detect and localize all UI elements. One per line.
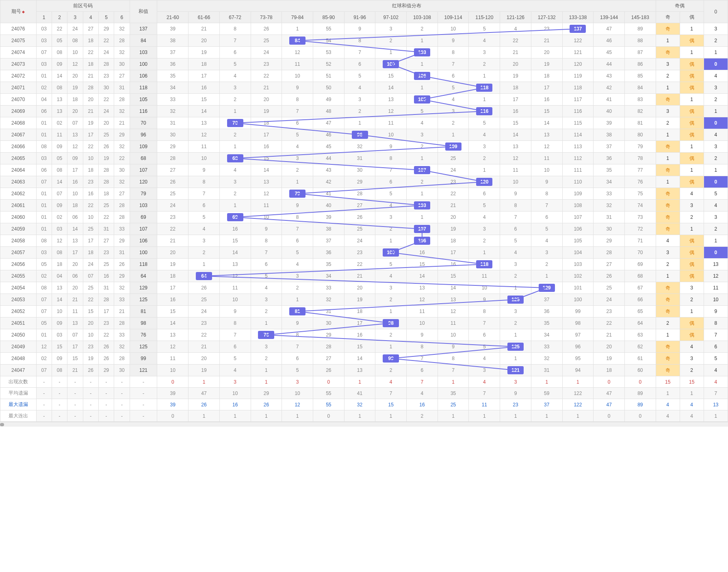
dist-cell: 2 [407,141,438,153]
front-num: 19 [98,153,114,164]
dist-cell: 116 [469,106,500,117]
front-num: 13 [52,94,67,106]
front-num: 03 [36,35,52,47]
dist-cell: 36 [157,58,188,70]
dist-cell: 7 [282,341,313,353]
dist-cell: 37 [594,141,625,153]
dist-cell: 125 [500,341,531,353]
dist-cell: 1 [407,35,438,47]
stat-cell: - [114,410,130,422]
odd-cell: 1 [656,82,680,94]
zero-cell: 4 [704,129,728,141]
front-num: 06 [67,212,83,223]
dist-cell: 1 [500,329,531,341]
dist-cell: 7 [531,200,562,212]
period-cell: 24061 [0,200,37,212]
front-num: 07 [36,294,52,306]
dist-cell: 21 [188,341,220,353]
even-cell: 1 [680,306,704,317]
dist-cell: 3 [282,270,313,282]
dist-cell: 6 [219,341,251,353]
stat-row-cons: 最大连出-------0111101121111100441 [0,410,728,422]
dist-cell: 3 [500,259,531,270]
dist-cell: 9 [407,329,438,341]
zero-cell: 2 [704,223,728,235]
front-num: 08 [52,164,67,176]
front-num: 24 [98,47,114,58]
dist-cell: 11 [188,141,220,153]
table-row: 2406307141623283212026831314229622312010… [0,176,728,188]
table-row: 2406001020610222869235691083926312047610… [0,212,728,223]
odd-cell: 1 [656,176,680,188]
hit-badge: 129 [539,284,555,292]
dist-cell: 5 [407,106,438,117]
dist-cell: 15 [219,235,251,247]
table-row: 2406701111317252996301221754696103141413… [0,129,728,141]
table-row: 2406101091822252810324611194027410321587… [0,200,728,212]
sum-cell: 76 [130,329,157,341]
dist-cell: 15 [500,117,531,129]
hit-badge: 100 [383,60,399,68]
sum-cell: 70 [130,117,157,129]
table-row: 2405105091320232898142381930179810117235… [0,317,728,329]
table-row: 2407603222427293213739218261559321054231… [0,23,728,35]
dist-cell: 17 [438,247,469,259]
dist-cell: 35 [157,70,188,82]
dist-cell: 33 [313,282,344,294]
dist-cell: 73 [624,212,656,223]
front-num: 12 [36,341,52,353]
table-row: 2405703081718233110020214753623100161714… [0,247,728,259]
header-range-3: 73-78 [251,12,282,23]
dist-cell: 3 [375,282,407,294]
dist-cell: 15 [438,270,469,282]
dist-cell: 79 [282,188,313,200]
dist-cell: 98 [562,317,594,329]
even-cell: 偶 [680,58,704,70]
dist-cell: 27 [157,164,188,176]
front-num: 21 [83,106,98,117]
stat-cell: 4 [680,399,704,410]
header-period[interactable]: 期号◆ [0,0,37,23]
dist-cell: 1 [219,106,251,117]
horizontal-scrollbar[interactable] [0,422,728,427]
dist-cell: 10 [157,365,188,376]
dist-cell: 62 [624,341,656,353]
sum-cell: 84 [130,35,157,47]
even-cell: 2 [680,365,704,376]
dist-cell: 103 [407,200,438,212]
sum-cell: 64 [130,270,157,282]
header-sum: 和值 [130,0,157,23]
table-row: 2405808121317272910621315863724110618254… [0,235,728,247]
front-num: 11 [52,129,67,141]
stat-label: 最大连出 [0,410,37,422]
header-range-8: 103-108 [407,12,438,23]
dist-cell: 1 [375,235,407,247]
dist-cell: 20 [344,282,375,294]
front-num: 08 [67,35,83,47]
header-even: 偶 [680,12,704,23]
dist-cell: 103 [407,47,438,58]
header-range-6: 91-96 [344,12,375,23]
front-num: 18 [83,35,98,47]
table-row: 2407407081022243210337196241253711038321… [0,47,728,58]
dist-cell: 44 [594,58,625,70]
stat-cell: - [98,376,114,388]
stat-cell: 15 [375,399,407,410]
dist-cell: 27 [313,353,344,365]
dist-cell: 5 [282,247,313,259]
period-cell: 24071 [0,82,37,94]
dist-cell: 3 [469,141,500,153]
dist-cell: 1 [407,212,438,223]
dist-cell: 17 [251,129,282,141]
dist-cell: 120 [469,176,500,188]
even-cell: 3 [680,200,704,212]
period-cell: 24075 [0,35,37,47]
dist-cell: 16 [438,259,469,270]
front-num: 21 [114,117,130,129]
scroll-thumb[interactable] [0,423,4,426]
sum-cell: 79 [130,188,157,200]
dist-cell: 13 [157,329,188,341]
dist-cell: 28 [594,247,625,259]
dist-cell: 19 [157,259,188,270]
dist-cell: 2 [282,282,313,294]
